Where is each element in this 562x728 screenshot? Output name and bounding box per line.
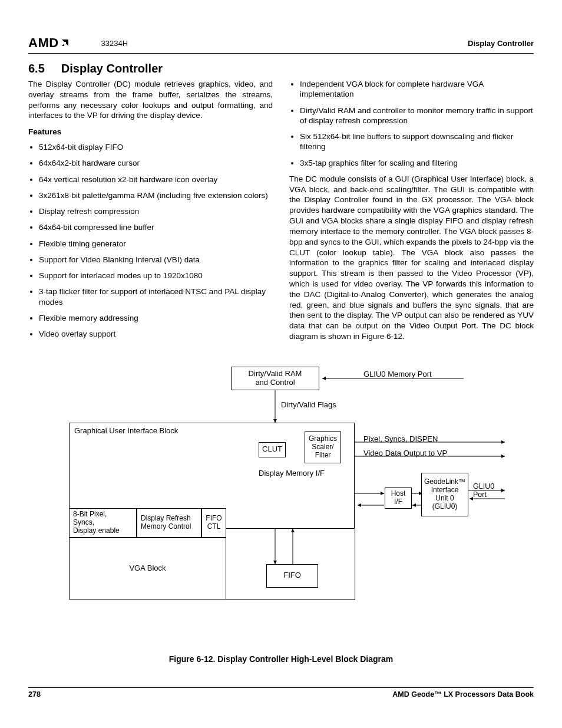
list-item: Support for Video Blanking Interval (VBI… [39,255,273,265]
box-graphics-scaler-filter: Graphics Scaler/ Filter [305,431,341,463]
book-title: AMD Geode™ LX Processors Data Book [392,690,534,699]
list-item: Six 512x64-bit line buffers to support d… [300,131,534,152]
box-display-refresh-memory-control: Display Refresh Memory Control [137,508,201,538]
content-columns: The Display Controller (DC) module retri… [28,79,534,348]
box-clut: CLUT [259,442,286,457]
list-item: Dirty/Valid RAM and controller to monito… [300,106,534,126]
body-paragraph: The DC module consists of a GUI (Graphic… [289,174,534,342]
diagram-outline [226,529,355,600]
right-column: Independent VGA block for complete hardw… [289,79,534,348]
features-list-left: 512x64-bit display FIFO 64x64x2-bit hard… [28,142,273,339]
header-right: Display Controller [468,39,534,48]
list-item: 64x64x2-bit hardware cursor [39,158,273,168]
features-list-right: Independent VGA block for complete hardw… [289,79,534,168]
intro-paragraph: The Display Controller (DC) module retri… [28,79,273,121]
list-item: Support for interlaced modes up to 1920x… [39,271,273,281]
left-column: The Display Controller (DC) module retri… [28,79,273,348]
list-item: Display refresh compression [39,206,273,216]
list-item: Independent VGA block for complete hardw… [300,79,534,100]
section-heading: 6.5Display Controller [28,62,534,75]
list-item: 3x261x8-bit palette/gamma RAM (including… [39,190,273,200]
diagram-container: Dirty/Valid RAM and Control GLIU0 Memory… [28,367,534,664]
section-title: Display Controller [61,62,163,75]
figure-caption: Figure 6-12. Display Controller High-Lev… [28,654,534,664]
page: AMD 33234H Display Controller 6.5Display… [0,0,562,722]
logo-text: AMD [28,35,59,51]
list-item: 64x vertical resolution x2-bit hardware … [39,174,273,185]
list-item: 3-tap flicker filter for support of inte… [39,286,273,307]
list-item: Video overlay support [39,329,273,339]
label-video-output: Video Data Output to VP [363,449,447,458]
label-gui-block: Graphical User Interface Block [74,427,178,436]
section-number: 6.5 [28,62,45,75]
box-host-if: Host I/F [385,487,412,509]
page-number: 278 [28,690,41,699]
doc-number: 33234H [101,39,128,48]
list-item: 512x64-bit display FIFO [39,142,273,152]
box-dirty-valid-ram: Dirty/Valid RAM and Control [231,367,319,390]
box-vga-block: VGA Block [69,538,226,599]
block-diagram: Dirty/Valid RAM and Control GLIU0 Memory… [57,367,505,638]
label-pixel-syncs: Pixel, Syncs, DISPEN [363,435,438,444]
list-item: Flexible timing generator [39,239,273,249]
label-dirty-valid-flags: Dirty/Valid Flags [281,401,336,410]
logo-arrow-icon [60,38,73,48]
box-geodelink: GeodeLink™ Interface Unit 0 (GLIU0) [421,473,468,516]
list-item: 64x64-bit compressed line buffer [39,222,273,232]
page-header: AMD 33234H Display Controller [28,35,534,54]
label-display-memory-if: Display Memory I/F [259,469,325,478]
box-8bit-pixel: 8-Bit Pixel, Syncs, Display enable [69,508,137,538]
box-fifo-ctl: FIFO CTL [201,508,226,538]
list-item: Flexible memory addressing [39,313,273,323]
amd-logo: AMD [28,35,73,51]
list-item: 3x5-tap graphics filter for scaling and … [300,158,534,168]
label-gliu0-port: GLIU0 Port [473,482,505,499]
page-footer: 278 AMD Geode™ LX Processors Data Book [28,687,534,699]
label-gliu0-memory-port: GLIU0 Memory Port [363,370,432,379]
features-heading: Features [28,127,273,137]
